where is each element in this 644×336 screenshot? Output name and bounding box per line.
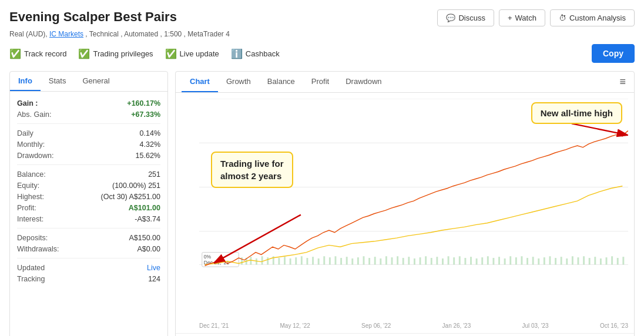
svg-rect-66 <box>509 256 511 264</box>
checkmark-icon: ✅ <box>165 48 177 59</box>
badge-trading-privileges: ✅ Trading privileges <box>78 48 153 59</box>
equity-growth-line <box>205 186 623 265</box>
svg-rect-86 <box>622 257 624 264</box>
drawdown-value: 15.62% <box>136 152 160 160</box>
svg-rect-52 <box>431 258 432 264</box>
row-daily: Daily 0.14% <box>17 127 160 139</box>
tab-profit[interactable]: Profit <box>303 72 337 92</box>
x-label-6: Oct 16, '23 <box>600 322 628 329</box>
tab-balance[interactable]: Balance <box>259 72 303 92</box>
svg-rect-62 <box>487 256 489 264</box>
daily-label: Daily <box>17 129 33 137</box>
svg-rect-29 <box>301 256 303 264</box>
row-tracking: Tracking 124 <box>17 273 160 284</box>
svg-text:0%: 0% <box>204 254 212 260</box>
row-abs-gain: Abs. Gain: +67.33% <box>17 109 160 120</box>
gain-label: Gain : <box>17 99 38 107</box>
chart-legend: Equity Growth Growth <box>176 333 634 336</box>
abs-gain-value: +67.33% <box>131 110 160 119</box>
x-label-2: May 12, '22 <box>280 322 310 329</box>
svg-rect-84 <box>611 256 613 264</box>
svg-rect-56 <box>453 257 455 264</box>
checkmark-icon: ✅ <box>9 48 21 59</box>
profit-label: Profit: <box>17 204 36 212</box>
tab-stats[interactable]: Stats <box>41 72 75 91</box>
analysis-icon: ⏱ <box>559 14 566 22</box>
discuss-icon: 💬 <box>446 14 455 22</box>
chart-tab-group: Chart Growth Balance Profit Drawdown <box>182 72 390 92</box>
svg-rect-69 <box>526 258 528 264</box>
tab-chart[interactable]: Chart <box>182 72 218 92</box>
filter-icon[interactable]: ≡ <box>617 73 628 90</box>
tracking-value: 124 <box>148 275 160 283</box>
svg-rect-77 <box>572 256 573 264</box>
svg-rect-76 <box>566 258 568 264</box>
svg-rect-27 <box>290 258 291 264</box>
tab-info[interactable]: Info <box>10 72 41 91</box>
svg-rect-32 <box>318 258 320 264</box>
svg-rect-81 <box>594 257 596 264</box>
updated-label: Updated <box>17 264 45 272</box>
row-equity: Equity: (100.00%) 251 <box>17 180 160 191</box>
checkmark-icon: ✅ <box>78 48 90 59</box>
badge-label: Track record <box>24 49 66 58</box>
volume-bars <box>205 256 625 264</box>
svg-rect-65 <box>504 258 506 264</box>
badge-label: Trading privileges <box>93 49 153 58</box>
subtitle: Real (AUD), IC Markets , Technical , Aut… <box>9 30 635 38</box>
svg-rect-18 <box>241 257 243 264</box>
svg-rect-71 <box>538 258 539 264</box>
x-label-4: Jan 26, '23 <box>442 322 471 329</box>
svg-rect-30 <box>307 258 308 264</box>
equity-value: (100.00%) 251 <box>112 182 160 190</box>
header-buttons: 💬 Discuss + Watch ⏱ Custom Analysis <box>437 9 635 26</box>
svg-rect-80 <box>589 258 591 264</box>
svg-rect-44 <box>385 256 387 264</box>
tab-growth[interactable]: Growth <box>218 72 259 92</box>
svg-rect-39 <box>357 257 359 264</box>
badge-label: Cashback <box>246 49 280 58</box>
svg-rect-41 <box>368 258 370 264</box>
row-updated: Updated Live <box>17 262 160 273</box>
abs-gain-label: Abs. Gain: <box>17 110 51 119</box>
x-axis: Dec 21, '21 May 12, '22 Sep 06, '22 Jan … <box>199 322 628 329</box>
ic-markets-link[interactable]: IC Markets <box>49 30 83 38</box>
svg-rect-28 <box>295 257 297 264</box>
badge-cashback: ℹ️ Cashback <box>231 48 280 59</box>
discuss-button[interactable]: 💬 Discuss <box>437 9 494 26</box>
page-header: Evening Scalper Best Pairs 💬 Discuss + W… <box>9 9 635 26</box>
updated-value: Live <box>147 264 160 272</box>
watch-button[interactable]: + Watch <box>499 9 545 26</box>
svg-rect-48 <box>408 257 410 264</box>
svg-rect-37 <box>346 257 348 264</box>
svg-rect-47 <box>402 258 404 264</box>
svg-rect-79 <box>583 256 585 264</box>
svg-rect-55 <box>448 256 450 264</box>
badges-row: ✅ Track record ✅ Trading privileges ✅ Li… <box>9 44 635 63</box>
svg-rect-67 <box>515 257 517 264</box>
monthly-label: Monthly: <box>17 140 45 149</box>
svg-rect-50 <box>420 257 421 264</box>
x-label-3: Sep 06, '22 <box>361 322 391 329</box>
row-drawdown: Drawdown: 15.62% <box>17 150 160 161</box>
svg-rect-38 <box>351 258 353 264</box>
row-balance: Balance: 251 <box>17 169 160 180</box>
custom-analysis-button[interactable]: ⏱ Custom Analysis <box>550 9 635 26</box>
x-label-1: Dec 21, '21 <box>199 322 229 329</box>
svg-rect-26 <box>284 257 286 264</box>
tab-drawdown[interactable]: Drawdown <box>337 72 390 92</box>
row-deposits: Deposits: A$150.00 <box>17 232 160 243</box>
chart-area: New all-time high Trading live foralmost… <box>176 93 634 336</box>
tab-general[interactable]: General <box>74 72 118 91</box>
svg-rect-40 <box>363 256 365 264</box>
highest-label: Highest: <box>17 193 44 201</box>
svg-rect-64 <box>498 257 500 264</box>
svg-rect-35 <box>335 256 337 264</box>
svg-rect-75 <box>561 257 562 264</box>
copy-button[interactable]: Copy <box>592 44 635 63</box>
interest-value: -A$3.74 <box>135 215 160 223</box>
svg-rect-85 <box>617 258 619 264</box>
svg-rect-31 <box>312 257 314 264</box>
deposits-label: Deposits: <box>17 234 48 242</box>
svg-rect-73 <box>549 256 551 264</box>
